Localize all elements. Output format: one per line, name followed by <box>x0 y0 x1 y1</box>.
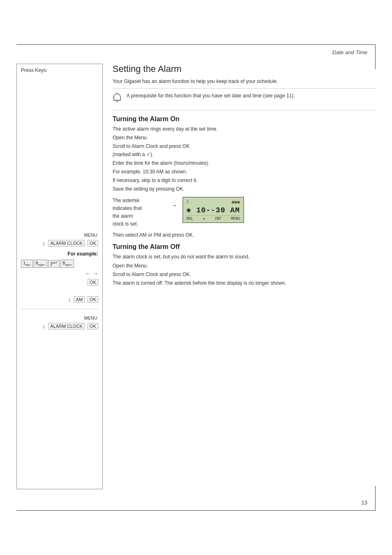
page-header: Date and Time <box>332 49 367 55</box>
left-arrow-icon: ← <box>85 270 90 276</box>
ok-key-standalone: OK <box>88 279 98 286</box>
bottom-border <box>16 510 376 511</box>
ok-key-am: OK <box>88 296 98 303</box>
turning-off-step-3: The alarm is turned off. The asterisk be… <box>113 279 376 287</box>
instruction-step-4: Enter the time for the alarm (hours/minu… <box>113 159 376 167</box>
lcd-rdl: RDL <box>187 216 193 221</box>
arrows-row: ← → <box>21 270 98 276</box>
num-keys-row: 1abc 0oper 3def 0oper <box>21 260 98 268</box>
page-number: 13 <box>362 500 367 506</box>
instruction-step-3: Scroll to Alarm Clock and press OK(marke… <box>113 143 376 158</box>
lcd-time: ✱ 10--30 AM <box>187 205 240 214</box>
instruction-step-6: If necessary, skip to a digit to correct… <box>113 177 376 184</box>
instruction-step-8: Then select AM or PM and press OK. <box>113 231 376 239</box>
instruction-step-5: For example, 10:30 AM as shown. <box>113 168 376 176</box>
menu-key-row-2: MENU <box>21 315 98 320</box>
am-ok-row: ↓ AM OK <box>21 296 98 303</box>
turning-off-intro: The alarm clock is set, but you do not w… <box>113 253 376 261</box>
instruction-step-1: The active alarm rings every day at the … <box>113 125 376 133</box>
alarm-display-caption: The asterisk indicates that the alarm cl… <box>113 197 166 228</box>
ok-key-2: OK <box>88 323 98 329</box>
note-text: A prerequisite for this function that yo… <box>127 92 295 99</box>
note-box: A prerequisite for this function that yo… <box>113 88 376 111</box>
arrow-down-icon-3: ↓ <box>42 323 45 329</box>
am-key: AM <box>74 296 85 303</box>
top-border <box>16 44 376 45</box>
caption-line-1: The asterisk <box>113 198 139 203</box>
num-key-4: 0oper <box>60 260 74 268</box>
alarm-display-container: The asterisk indicates that the alarm cl… <box>113 197 376 228</box>
for-example-label: For example: <box>21 251 98 257</box>
num-key-2: 0oper <box>34 260 47 268</box>
lcd-int: INT <box>215 216 221 221</box>
alarm-clock-key-row-1: ↓ ALARM CLOCK OK <box>21 240 98 246</box>
menu-key-row: MENU <box>21 233 98 237</box>
lcd-display: 1 ◉◉◉ ✱ 10--30 AM RDL ✉ INT MENU <box>182 197 244 223</box>
ok-key-row-standalone: OK <box>21 279 98 286</box>
caption-line-3: the alarm <box>113 213 133 219</box>
note-icon <box>113 93 122 107</box>
separator-1 <box>21 309 98 309</box>
press-keys-panel: Press Keys: MENU ↓ ALARM CLOCK OK For ex… <box>16 64 103 489</box>
menu-key-label: MENU <box>84 233 97 237</box>
lcd-main-row: ✱ 10--30 AM <box>187 205 240 214</box>
lcd-bottom-row: RDL ✉ INT MENU <box>187 215 240 221</box>
right-arrow-icon: → <box>93 270 98 276</box>
caption-line-2: indicates that <box>113 205 142 211</box>
intro-text: Your Gigaset has an alarm function to he… <box>113 78 376 85</box>
arrow-down-icon-2: ↓ <box>68 296 71 303</box>
lcd-signal: 1 <box>187 200 189 204</box>
right-panel: Setting the Alarm Your Gigaset has an al… <box>103 64 376 489</box>
instruction-step-7: Save the setting by pressing OK. <box>113 185 376 193</box>
num-key-1: 1abc <box>21 260 33 268</box>
main-content: Press Keys: MENU ↓ ALARM CLOCK OK For ex… <box>16 64 376 489</box>
arrow-down-icon-1: ↓ <box>42 240 45 246</box>
turning-off-step-1: Open the Menu. <box>113 262 376 270</box>
ok-key-1: OK <box>88 240 98 246</box>
turning-off-title: Turning the Alarm Off <box>113 243 376 251</box>
lcd-mail-icon: ✉ <box>203 216 205 221</box>
turning-on-title: Turning the Alarm On <box>113 115 376 123</box>
menu-key-label-2: MENU <box>84 315 97 320</box>
turning-off-step-2: Scroll to Alarm Clock and press OK. <box>113 271 376 279</box>
press-keys-label: Press Keys: <box>21 67 47 73</box>
page-title: Setting the Alarm <box>113 64 376 74</box>
display-arrow-icon: → <box>171 202 178 209</box>
lcd-battery: ◉◉◉ <box>232 199 240 205</box>
lcd-menu: MENU <box>231 216 240 221</box>
lcd-top-row: 1 ◉◉◉ <box>187 199 240 205</box>
num-key-3: 3def <box>48 260 60 267</box>
margin-line-bottom <box>375 486 376 511</box>
alarm-clock-key-2: ALARM CLOCK <box>48 323 85 329</box>
instruction-step-2: Open the Menu. <box>113 134 376 142</box>
alarm-clock-key-1: ALARM CLOCK <box>48 240 85 246</box>
alarm-clock-key-row-2: ↓ ALARM CLOCK OK <box>21 323 98 329</box>
caption-line-4: clock is set. <box>113 221 138 227</box>
